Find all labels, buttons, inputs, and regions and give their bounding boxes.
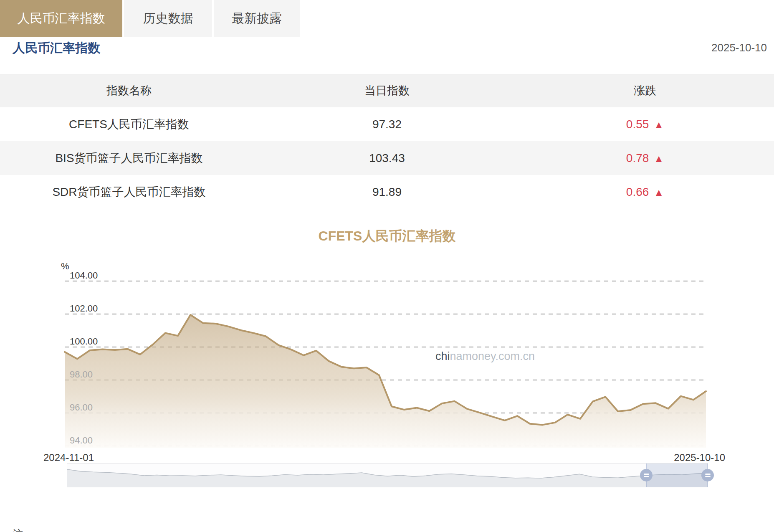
change-value: 0.55 <box>626 118 649 131</box>
change-value: 0.78 <box>626 152 649 165</box>
column-header: 涨跌 <box>516 74 774 107</box>
handle-grip-icon <box>644 476 649 477</box>
current-date: 2025-10-10 <box>711 41 767 54</box>
handle-grip-icon <box>705 476 711 477</box>
up-triangle-icon: ▲ <box>654 187 664 198</box>
cell-change: 0.55▲ <box>516 107 774 141</box>
index-table: 指数名称当日指数涨跌 CFETS人民币汇率指数 97.32 0.55▲ BIS货… <box>0 74 774 209</box>
cell-daily-index: 91.89 <box>258 175 516 209</box>
change-value: 0.66 <box>626 185 649 198</box>
note-fragment: 注: <box>13 527 26 532</box>
chart-navigator[interactable] <box>67 463 708 487</box>
area-fill <box>65 315 706 448</box>
column-header: 当日指数 <box>258 74 516 107</box>
handle-grip-icon <box>705 474 711 475</box>
navigator-selected-range[interactable] <box>646 464 708 487</box>
y-axis-unit-label: % <box>61 261 69 271</box>
navigator-mini-chart <box>67 464 708 487</box>
y-tick-label: 100.00 <box>70 336 98 347</box>
column-header: 指数名称 <box>0 74 258 107</box>
cfets-index-area-chart[interactable]: 104.00102.00100.0098.0096.0094.00%chinam… <box>0 251 774 451</box>
cell-change: 0.66▲ <box>516 175 774 209</box>
cell-index-name: CFETS人民币汇率指数 <box>0 107 258 141</box>
y-tick-label: 104.00 <box>70 270 98 281</box>
table-row: SDR货币篮子人民币汇率指数 91.89 0.66▲ <box>0 175 774 209</box>
navigator-area-fill <box>67 469 708 487</box>
chinamoney-watermark: chinamoney.com.cn <box>435 350 535 362</box>
up-triangle-icon: ▲ <box>654 153 664 164</box>
cell-daily-index: 103.43 <box>258 141 516 175</box>
tab-bar: 人民币汇率指数历史数据最新披露 <box>0 0 300 37</box>
tab-history-data[interactable]: 历史数据 <box>124 0 212 37</box>
tab-rmb-index[interactable]: 人民币汇率指数 <box>0 0 122 37</box>
cfets-rmb-index-page: 人民币汇率指数历史数据最新披露 人民币汇率指数 2025-10-10 指数名称当… <box>0 0 774 532</box>
y-tick-label: 96.00 <box>70 402 93 413</box>
chart-title: CFETS人民币汇率指数 <box>0 227 774 246</box>
table-header-row: 指数名称当日指数涨跌 <box>0 74 774 107</box>
handle-grip-icon <box>644 474 649 475</box>
up-triangle-icon: ▲ <box>654 119 664 130</box>
table-row: BIS货币篮子人民币汇率指数 103.43 0.78▲ <box>0 141 774 175</box>
table-row: CFETS人民币汇率指数 97.32 0.55▲ <box>0 107 774 141</box>
y-tick-label: 98.00 <box>70 369 93 380</box>
x-axis-end-label: 2025-10-10 <box>674 452 725 464</box>
y-tick-label: 94.00 <box>70 435 93 446</box>
tab-latest-disclosure[interactable]: 最新披露 <box>214 0 300 37</box>
cell-daily-index: 97.32 <box>258 107 516 141</box>
table-body: CFETS人民币汇率指数 97.32 0.55▲ BIS货币篮子人民币汇率指数 … <box>0 107 774 209</box>
navigator-right-handle[interactable] <box>701 469 714 481</box>
navigator-left-handle[interactable] <box>640 469 653 481</box>
cell-change: 0.78▲ <box>516 141 774 175</box>
page-title: 人民币汇率指数 <box>13 40 100 57</box>
cell-index-name: BIS货币篮子人民币汇率指数 <box>0 141 258 175</box>
x-axis-start-label: 2024-11-01 <box>43 452 94 464</box>
y-tick-label: 102.00 <box>70 303 98 314</box>
cell-index-name: SDR货币篮子人民币汇率指数 <box>0 175 258 209</box>
